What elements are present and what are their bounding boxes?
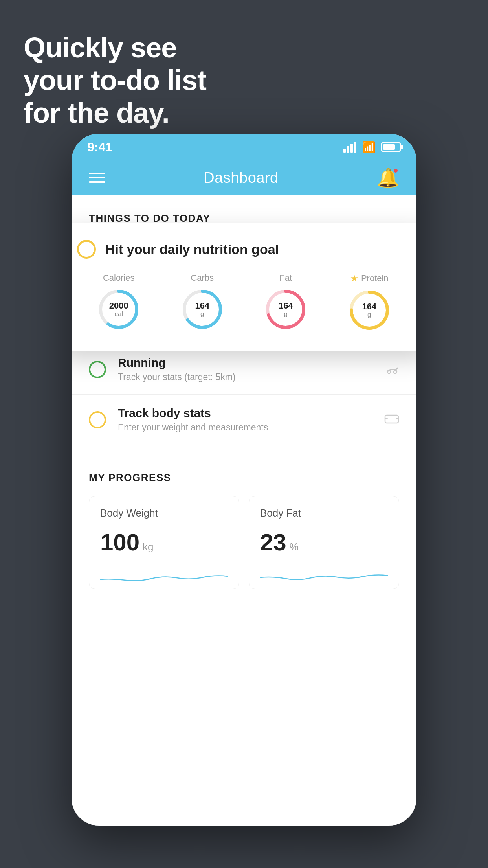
content-area: THINGS TO DO TODAY Hit your daily nutrit… — [72, 195, 416, 826]
bell-container[interactable]: 🔔 — [377, 167, 399, 188]
calories-unit: cal — [109, 311, 128, 318]
svg-rect-10 — [385, 415, 398, 423]
nav-bar: Dashboard 🔔 — [72, 160, 416, 195]
body-fat-label: Body Fat — [260, 507, 388, 519]
nutrition-card-title: Hit your daily nutrition goal — [105, 242, 279, 257]
running-radio — [89, 361, 106, 378]
protein-circle: 164 g — [348, 289, 391, 332]
body-stats-subtitle: Enter your weight and measurements — [118, 422, 399, 433]
running-subtitle: Track your stats (target: 5km) — [118, 372, 399, 383]
body-stats-content: Track body stats Enter your weight and m… — [118, 406, 399, 433]
svg-point-9 — [387, 370, 391, 373]
body-weight-card: Body Weight 100 kg — [89, 496, 239, 589]
protein-label: Protein — [361, 273, 389, 283]
carbs-value: 164 — [195, 301, 209, 311]
carbs-circle: 164 g — [181, 288, 224, 331]
body-stats-title: Track body stats — [118, 406, 399, 420]
battery-icon — [381, 142, 401, 152]
body-stats-radio — [89, 411, 106, 428]
progress-section: MY PROGRESS Body Weight 100 kg Body Fat — [72, 454, 416, 589]
status-bar: 9:41 📶 — [72, 134, 416, 160]
protein-label-row: ★ Protein — [350, 273, 389, 284]
body-weight-chart — [100, 564, 228, 587]
nutrition-circles: Calories 2000 cal Carbs — [77, 273, 411, 332]
body-weight-number: 100 — [100, 529, 139, 556]
body-weight-value-row: 100 kg — [100, 529, 228, 556]
fat-label: Fat — [279, 273, 292, 283]
calories-label: Calories — [103, 273, 135, 283]
signal-bars — [343, 142, 356, 153]
body-stats-icon — [384, 412, 399, 428]
body-weight-unit: kg — [143, 541, 153, 553]
notification-dot — [393, 168, 398, 173]
calories-circle: 2000 cal — [97, 288, 140, 331]
carbs-label: Carbs — [191, 273, 214, 283]
protein-item: ★ Protein 164 g — [348, 273, 391, 332]
protein-value: 164 — [362, 302, 376, 311]
fat-circle: 164 g — [264, 288, 307, 331]
running-icon — [385, 361, 399, 378]
calories-item: Calories 2000 cal — [97, 273, 140, 331]
nutrition-card: Hit your daily nutrition goal Calories 2… — [72, 223, 416, 351]
fat-value: 164 — [279, 301, 293, 311]
body-weight-label: Body Weight — [100, 507, 228, 519]
status-time: 9:41 — [87, 140, 112, 154]
progress-title: MY PROGRESS — [89, 472, 399, 484]
svg-point-8 — [394, 370, 397, 373]
todo-item-running[interactable]: Running Track your stats (target: 5km) — [72, 344, 416, 395]
star-icon: ★ — [350, 273, 359, 284]
body-fat-card: Body Fat 23 % — [249, 496, 399, 589]
nav-title: Dashboard — [204, 169, 278, 186]
protein-unit: g — [362, 311, 376, 319]
body-fat-chart — [260, 564, 388, 587]
fat-unit: g — [279, 311, 293, 318]
calories-value: 2000 — [109, 301, 128, 311]
wifi-icon: 📶 — [362, 141, 376, 154]
todo-item-body-stats[interactable]: Track body stats Enter your weight and m… — [72, 395, 416, 445]
running-content: Running Track your stats (target: 5km) — [118, 356, 399, 383]
nutrition-radio[interactable] — [77, 240, 96, 259]
carbs-item: Carbs 164 g — [181, 273, 224, 331]
carbs-unit: g — [195, 311, 209, 318]
body-fat-value-row: 23 % — [260, 529, 388, 556]
status-icons: 📶 — [343, 141, 401, 154]
phone-shell: 9:41 📶 Dashboard 🔔 — [72, 134, 416, 826]
body-fat-number: 23 — [260, 529, 286, 556]
running-title: Running — [118, 356, 399, 370]
fat-item: Fat 164 g — [264, 273, 307, 331]
hamburger-menu[interactable] — [89, 173, 105, 183]
progress-cards: Body Weight 100 kg Body Fat 23 % — [89, 496, 399, 589]
body-fat-unit: % — [290, 541, 299, 553]
hero-text: Quickly see your to-do list for the day. — [24, 31, 206, 129]
